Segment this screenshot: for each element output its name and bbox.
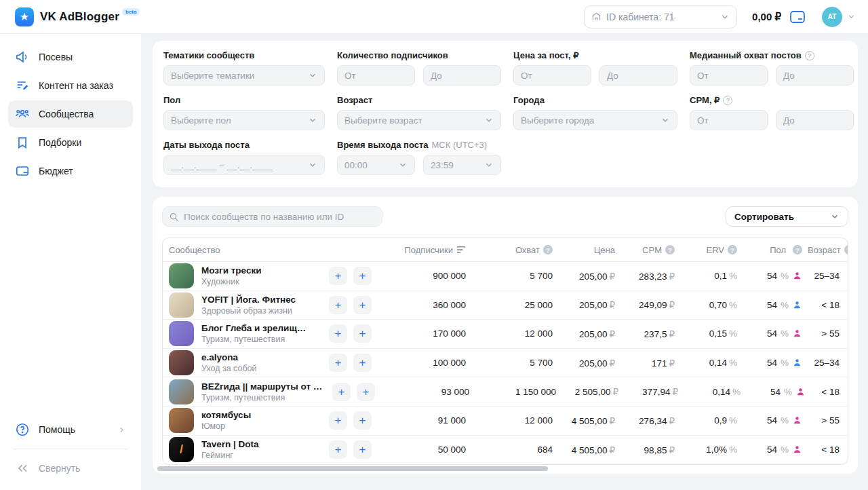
table-row[interactable]: Блог Глеба и зрелищ… Туризм, путешествия… bbox=[163, 320, 848, 349]
topics-select[interactable]: Выберите тематики bbox=[163, 65, 325, 86]
add-to-campaign-button[interactable]: + bbox=[329, 354, 347, 372]
horizontal-scrollbar[interactable] bbox=[157, 466, 548, 471]
person-gender-icon bbox=[792, 358, 802, 368]
add-to-collection-button[interactable]: + bbox=[353, 324, 372, 343]
add-to-campaign-button[interactable]: + bbox=[329, 267, 347, 285]
gender-select[interactable]: Выберите пол bbox=[163, 110, 325, 130]
table-row[interactable]: Мозги трески Художник + + 900 000 5 700 … bbox=[163, 262, 848, 291]
vk-star-icon: ★ bbox=[15, 7, 34, 26]
time-label: Время выхода поста bbox=[337, 140, 429, 150]
sidebar-item-content-na-zakaz[interactable]: Контент на заказ bbox=[8, 72, 133, 99]
app-logo[interactable]: ★ VK AdBlogger beta bbox=[15, 7, 140, 26]
reach-value: 5 700 bbox=[471, 358, 558, 368]
sidebar-collapse[interactable]: Свернуть bbox=[8, 456, 133, 480]
help-circle-icon[interactable]: ? bbox=[805, 51, 814, 60]
community-name[interactable]: e.alyona bbox=[201, 352, 257, 362]
sidebar-divider bbox=[14, 449, 127, 449]
subscribers-value: 91 000 bbox=[391, 415, 471, 426]
community-name[interactable]: Мозги трески bbox=[201, 265, 261, 276]
erv-value: 0,14% bbox=[680, 358, 743, 368]
reach-value: 1 150 000 bbox=[475, 387, 561, 397]
search-field[interactable] bbox=[162, 206, 382, 227]
price-from-input[interactable] bbox=[513, 65, 591, 86]
add-to-collection-button[interactable]: + bbox=[353, 267, 372, 285]
sidebar-item-byudzhet[interactable]: Бюджет bbox=[8, 157, 133, 185]
cpm-value: 249,09₽ bbox=[620, 299, 680, 310]
help-circle-icon[interactable]: ? bbox=[723, 96, 732, 105]
add-to-campaign-button[interactable]: + bbox=[332, 383, 351, 401]
filter-time: Время выхода поста МСК (UTC+3) 00:00 23:… bbox=[337, 140, 501, 175]
help-circle-icon[interactable]: ? bbox=[665, 245, 675, 255]
subscribers-value: 93 000 bbox=[395, 387, 475, 397]
sidebar-item-podborki[interactable]: Подборки bbox=[8, 129, 133, 156]
sidebar-item-posevy[interactable]: Посевы bbox=[8, 43, 133, 71]
help-circle-icon[interactable]: ? bbox=[728, 245, 737, 255]
sidebar-item-soobshchestva[interactable]: Сообщества bbox=[8, 100, 133, 128]
cabinet-label: ID кабинета: 71 bbox=[606, 12, 720, 22]
add-to-collection-button[interactable]: + bbox=[353, 411, 372, 430]
add-to-campaign-button[interactable]: + bbox=[329, 411, 347, 430]
gender-placeholder: Выберите пол bbox=[171, 115, 308, 126]
table-row[interactable]: / Tavern | Dota Гейминг + + 50 000 684 4… bbox=[163, 436, 848, 465]
community-name[interactable]: BEZгида || маршруты от Олега… bbox=[201, 381, 327, 392]
erv-value: 1,0%% bbox=[680, 445, 743, 455]
community-avatar bbox=[169, 379, 194, 404]
reach-to-input[interactable] bbox=[776, 65, 854, 86]
table-row[interactable]: YOFIT | Йога. Фитнес Здоровый образ жизн… bbox=[163, 291, 848, 320]
cpm-value: 276,34₽ bbox=[620, 415, 680, 426]
cpm-value: 377,94₽ bbox=[624, 386, 684, 397]
sidebar-help[interactable]: Помощь bbox=[8, 416, 133, 443]
add-to-campaign-button[interactable]: + bbox=[329, 324, 347, 343]
help-circle-icon[interactable]: ? bbox=[844, 245, 848, 255]
subscribers-from-input[interactable] bbox=[337, 65, 415, 86]
add-to-collection-button[interactable]: + bbox=[357, 383, 375, 401]
subscribers-value: 50 000 bbox=[391, 445, 471, 455]
search-input[interactable] bbox=[184, 212, 376, 222]
user-avatar[interactable]: AT bbox=[822, 7, 842, 27]
column-subscribers[interactable]: Подписчики bbox=[391, 245, 471, 255]
table-row[interactable]: e.alyona Уход за собой + + 100 000 5 700… bbox=[163, 349, 848, 378]
community-avatar bbox=[169, 350, 194, 375]
price-value: 4 505,00₽ bbox=[558, 415, 620, 426]
person-gender-icon bbox=[792, 328, 802, 339]
table-row[interactable]: котямбусы Юмор + + 91 000 12 000 4 505,0… bbox=[163, 407, 848, 436]
community-name[interactable]: Tavern | Dota bbox=[201, 439, 259, 449]
gender-value: 54% bbox=[743, 328, 808, 339]
time-from-select[interactable]: 00:00 bbox=[337, 155, 415, 175]
community-name[interactable]: котямбусы bbox=[201, 410, 251, 420]
age-value: 25–34 bbox=[808, 271, 848, 281]
date-range-select[interactable]: __.__.____ – __.__.____ bbox=[163, 155, 325, 175]
gender-value: 54% bbox=[743, 358, 808, 368]
sidebar-item-label: Подборки bbox=[39, 137, 81, 148]
cpm-from-input[interactable] bbox=[690, 110, 768, 130]
price-to-input[interactable] bbox=[599, 65, 677, 86]
add-to-collection-button[interactable]: + bbox=[353, 296, 372, 314]
age-select[interactable]: Выберите возраст bbox=[337, 110, 501, 130]
account-menu-chevron-icon[interactable] bbox=[847, 12, 856, 21]
table-row[interactable]: BEZгида || маршруты от Олега… Туризм, пу… bbox=[163, 377, 848, 407]
time-to-select[interactable]: 23:59 bbox=[423, 155, 501, 175]
chevron-down-icon bbox=[720, 12, 730, 22]
date-range-placeholder: __.__.____ – __.__.____ bbox=[171, 160, 308, 170]
cpm-to-input[interactable] bbox=[776, 110, 854, 130]
person-gender-icon bbox=[792, 415, 802, 426]
cities-select[interactable]: Выберите города bbox=[513, 110, 677, 130]
add-to-campaign-button[interactable]: + bbox=[329, 440, 347, 459]
help-circle-icon[interactable]: ? bbox=[793, 245, 802, 255]
column-community: Сообщество bbox=[163, 245, 329, 255]
community-name[interactable]: Блог Глеба и зрелищ… bbox=[201, 323, 306, 333]
add-to-campaign-button[interactable]: + bbox=[329, 296, 347, 314]
reach-value: 12 000 bbox=[471, 328, 558, 339]
add-to-collection-button[interactable]: + bbox=[353, 440, 372, 459]
reach-from-input[interactable] bbox=[690, 65, 768, 86]
community-name[interactable]: YOFIT | Йога. Фитнес bbox=[201, 295, 296, 305]
add-to-collection-button[interactable]: + bbox=[353, 354, 372, 372]
help-circle-icon[interactable]: ? bbox=[543, 245, 553, 255]
subscribers-to-input[interactable] bbox=[423, 65, 501, 86]
column-gender: Пол ? bbox=[743, 245, 808, 255]
wallet-icon[interactable] bbox=[789, 10, 806, 24]
main-content: Тематики сообществ Выберите тематики Кол… bbox=[141, 34, 868, 490]
cabinet-selector[interactable]: ID кабинета: 71 bbox=[584, 5, 737, 29]
age-placeholder: Выберите возраст bbox=[344, 115, 484, 126]
sort-button[interactable]: Сортировать bbox=[726, 206, 848, 227]
